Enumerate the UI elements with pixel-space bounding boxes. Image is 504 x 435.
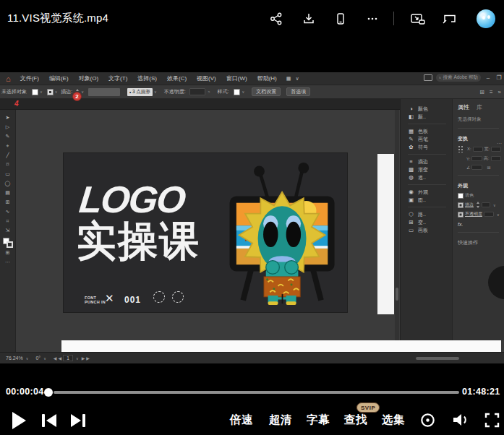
dock-item-symbols[interactable]: ✿符号 <box>408 143 452 151</box>
vertical-scrollbar[interactable] <box>395 110 399 352</box>
brush-dd-icon[interactable]: ∨ <box>154 90 157 94</box>
zoom-level-select[interactable]: 76.24% ∨ <box>6 356 30 361</box>
last-artboard-icon[interactable]: ▶ <box>86 356 90 361</box>
more-icon[interactable] <box>365 12 380 26</box>
menu-view[interactable]: 视图(V) <box>197 74 216 82</box>
style-swatch[interactable] <box>234 89 240 95</box>
fill-swatch[interactable] <box>32 89 38 95</box>
volume-icon[interactable] <box>451 411 470 431</box>
progress-bar[interactable] <box>54 391 459 394</box>
flip-icons[interactable]: ⊞ <box>487 165 490 170</box>
line-tool-icon[interactable]: ╱ <box>6 150 9 160</box>
home-icon[interactable]: ⌂ <box>6 74 11 83</box>
grid-tool-icon[interactable]: ⊞ <box>6 197 10 207</box>
height-field[interactable] <box>491 156 501 161</box>
rotation-select[interactable]: 0° ∨ <box>35 356 47 361</box>
draw-mode-icon[interactable]: ⊞ <box>6 248 10 257</box>
dock-item-graphic-styles[interactable]: ▣图.. <box>408 196 452 204</box>
download-icon[interactable] <box>302 12 316 26</box>
y-field[interactable] <box>471 156 482 161</box>
menu-edit[interactable]: 编辑(E) <box>49 74 69 82</box>
fullscreen-icon[interactable] <box>484 413 500 431</box>
preferences-button[interactable]: 首选项 <box>286 87 310 96</box>
panel-more-icon[interactable]: ··· <box>497 141 502 146</box>
direct-selection-tool-icon[interactable]: ▷ <box>6 122 9 132</box>
stroke-link[interactable]: 描边 <box>465 202 474 208</box>
curve-tool-icon[interactable]: ∿ <box>6 207 10 216</box>
document-setup-button[interactable]: 文档设置 <box>252 87 281 96</box>
dock-item-color-guide[interactable]: ◧颜.. <box>408 113 452 121</box>
angle-field[interactable] <box>471 165 482 170</box>
progress-thumb[interactable] <box>44 388 53 397</box>
share-icon[interactable] <box>269 12 283 26</box>
menu-select[interactable]: 选择(S) <box>137 74 157 82</box>
dock-item-transparency[interactable]: ◍透.. <box>408 173 452 181</box>
expand-dock-icon[interactable]: » <box>498 89 501 95</box>
first-artboard-icon[interactable]: ◀ <box>54 356 57 361</box>
x-field[interactable] <box>473 147 483 152</box>
workspace-icon[interactable]: ⊞ <box>479 89 484 95</box>
episodes-button[interactable]: 选集 <box>382 413 405 428</box>
width-field[interactable] <box>491 147 501 152</box>
menu-window[interactable]: 窗口(W) <box>226 74 247 82</box>
help-search-input[interactable]: 搜索 Adobe 帮助 <box>436 74 481 82</box>
menu-help[interactable]: 帮助(H) <box>257 74 277 82</box>
mobile-device-icon[interactable] <box>333 12 348 26</box>
stroke-weight-dd-icon[interactable]: ∨ <box>493 203 496 207</box>
dock-item-swatches[interactable]: ▦色板 <box>408 127 452 135</box>
opacity-field[interactable] <box>484 212 494 217</box>
cast-screen-icon[interactable] <box>441 12 458 26</box>
dock-item-gradient[interactable]: ▩渐变 <box>408 165 452 173</box>
ellipse-tool-icon[interactable]: ◯ <box>5 178 11 188</box>
quality-button[interactable]: 超清 <box>269 413 292 428</box>
toolbar-more-icon[interactable]: ⋯ <box>5 257 10 267</box>
picture-in-picture-icon[interactable] <box>409 12 427 26</box>
menu-file[interactable]: 文件(F) <box>20 74 39 82</box>
vertical-scrollbar-thumb[interactable] <box>396 288 398 301</box>
panel-dock-icon[interactable]: ≡ <box>490 89 493 95</box>
partial-artboard-bottom[interactable] <box>61 340 501 352</box>
stroke-weight-dd-icon[interactable]: ∨ <box>81 90 84 94</box>
stroke-weight-field[interactable] <box>482 202 490 207</box>
next-artboard-icon[interactable]: ▶ <box>82 356 85 361</box>
fill-dd-icon[interactable]: ∨ <box>40 90 43 94</box>
stroke-weight-stepper[interactable] <box>477 202 480 208</box>
tab-libraries[interactable]: 库 <box>477 103 482 111</box>
brush-tool-icon[interactable]: ⌑ <box>7 160 9 169</box>
playback-speed-button[interactable]: 倍速 <box>230 413 253 428</box>
pen-tool-icon[interactable]: ✎ <box>6 132 10 141</box>
partial-artboard-right[interactable] <box>377 154 394 314</box>
opacity-expand-icon[interactable]: > <box>208 90 210 94</box>
opacity-value-box[interactable] <box>189 88 205 95</box>
fx-button[interactable]: fx. <box>458 222 501 227</box>
menu-type[interactable]: 文字(T) <box>108 74 127 82</box>
stroke-swatch[interactable] <box>47 89 54 95</box>
menu-object[interactable]: 对象(O) <box>79 74 99 82</box>
settings-icon[interactable] <box>419 412 436 431</box>
play-button[interactable] <box>10 410 27 434</box>
selection-tool-icon[interactable]: ➤ <box>6 113 10 122</box>
dock-item-color[interactable]: ◑颜色 <box>408 105 452 113</box>
reference-point-grid[interactable] <box>458 145 464 152</box>
layout-switcher-dd-icon[interactable]: ∨ <box>295 76 299 82</box>
shape-tool-icon[interactable]: ▭ <box>5 169 10 178</box>
fill-swatch[interactable] <box>458 193 464 199</box>
artboard-number-field[interactable]: 1 <box>63 355 73 361</box>
menu-effect[interactable]: 效果(C) <box>167 74 187 82</box>
fill-stroke-control[interactable] <box>3 238 13 248</box>
stroke-color-swatch[interactable] <box>7 241 13 248</box>
brush-select[interactable]: • 3 点圆形 <box>127 88 153 96</box>
dock-item-stroke[interactable]: ≡描边 <box>408 158 452 165</box>
artboard-nav[interactable]: ◀ ◀ 1 ∨ ▶ ▶ <box>54 355 90 361</box>
horizontal-scrollbar-thumb[interactable] <box>416 357 459 360</box>
next-episode-button[interactable] <box>69 413 87 431</box>
tab-properties[interactable]: 属性 <box>458 103 469 111</box>
dock-item-brushes[interactable]: ✎画笔 <box>408 135 452 143</box>
dock-item-pathfinder[interactable]: ⬡路.. <box>408 210 452 218</box>
style-dd-icon[interactable]: ∨ <box>242 90 244 94</box>
dock-item-artboards[interactable]: ▭画板 <box>408 226 452 234</box>
dock-item-appearance[interactable]: ◉外观 <box>408 188 452 196</box>
opacity-dd-icon[interactable]: ∨ <box>497 212 500 217</box>
main-artboard[interactable]: LOGO 实操课 FONT PUNCH IN ✕ 001 <box>64 153 347 312</box>
video-frame[interactable]: ⌂ 文件(F) 编辑(E) 对象(O) 文字(T) 选择(S) 效果(C) 视图… <box>0 72 504 363</box>
